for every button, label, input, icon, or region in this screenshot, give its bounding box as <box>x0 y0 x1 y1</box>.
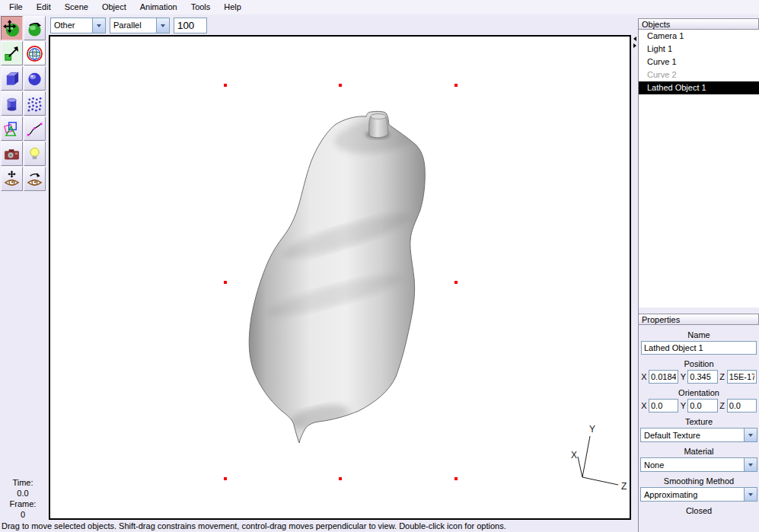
properties-panel-header: Properties <box>639 314 759 325</box>
selection-handle[interactable] <box>454 477 458 480</box>
mesh-tool-button[interactable] <box>24 91 46 116</box>
position-z-input[interactable] <box>727 370 757 384</box>
rotate-view-tool-button[interactable] <box>24 167 46 191</box>
globe-tool-button[interactable] <box>24 41 46 65</box>
chevron-down-icon[interactable] <box>92 18 105 33</box>
status-bar: Drag to move selected objects. Shift-dra… <box>0 521 633 532</box>
axis-y-label: Y <box>589 424 595 435</box>
object-name-input[interactable] <box>641 341 757 355</box>
selection-handle[interactable] <box>454 281 458 284</box>
orientation-y-label: Y <box>680 401 686 410</box>
position-y-input[interactable] <box>687 370 717 384</box>
selection-handle[interactable] <box>339 477 342 480</box>
orientation-row: X Y Z <box>639 398 759 413</box>
scale-tool-button[interactable] <box>1 41 23 65</box>
spline-mesh-icon <box>26 95 43 113</box>
zoom-level-input[interactable] <box>174 18 207 33</box>
selection-handle[interactable] <box>224 281 227 284</box>
light-tool-button[interactable] <box>24 142 46 166</box>
chevron-down-icon[interactable] <box>156 18 169 33</box>
camera-tool-button[interactable] <box>1 142 23 166</box>
object-row-curve1[interactable]: Curve 1 <box>639 56 759 68</box>
position-label: Position <box>639 358 759 369</box>
object-row-curve2[interactable]: Curve 2 <box>639 68 759 81</box>
status-text: Drag to move selected objects. Shift-dra… <box>2 521 506 530</box>
objects-properties-splitter[interactable] <box>639 307 759 314</box>
texture-label: Texture <box>639 416 759 427</box>
menu-object[interactable]: Object <box>95 0 133 14</box>
cube-icon <box>3 70 21 88</box>
time-value: 0.0 <box>0 488 46 499</box>
scale-objects-icon <box>3 45 21 62</box>
frame-label: Frame: <box>0 499 46 509</box>
selection-handle[interactable] <box>339 84 342 87</box>
axis-z-label: Z <box>621 481 627 492</box>
tool-palette <box>1 16 47 191</box>
menu-edit[interactable]: Edit <box>30 0 58 14</box>
cylinder-icon <box>3 95 21 113</box>
move-tool-button[interactable] <box>1 16 23 40</box>
camera-icon <box>3 145 21 163</box>
collapse-left-icon[interactable] <box>633 37 636 41</box>
rotate-objects-icon <box>26 20 43 37</box>
selection-handle[interactable] <box>224 84 227 87</box>
smoothing-method-value: Approximating <box>641 490 744 499</box>
view-preset-value: Other <box>51 18 92 33</box>
orientation-x-label: X <box>641 401 647 410</box>
orientation-z-label: Z <box>719 401 726 410</box>
closed-label: Closed <box>639 505 759 516</box>
menu-tools[interactable]: Tools <box>184 0 218 14</box>
scene-viewport[interactable]: Y X Z <box>49 35 631 520</box>
objects-panel-header: Objects <box>639 18 759 30</box>
polygon-tool-button[interactable] <box>1 116 23 141</box>
collapse-right-icon[interactable] <box>633 43 636 48</box>
side-panel: Objects Camera 1 Light 1 Curve 1 Curve 2… <box>638 18 759 532</box>
selection-handle[interactable] <box>224 477 227 480</box>
rotate-tool-button[interactable] <box>24 16 46 40</box>
projection-dropdown[interactable]: Parallel <box>110 18 170 33</box>
object-row-light1[interactable]: Light 1 <box>639 43 759 56</box>
material-value: None <box>641 460 744 470</box>
menu-scene[interactable]: Scene <box>58 0 95 14</box>
rotate-view-eye-icon <box>26 170 43 188</box>
timeline-readout: Time: 0.0 Frame: 0 <box>0 477 46 520</box>
material-dropdown[interactable]: None <box>640 457 757 472</box>
position-y-label: Y <box>680 372 686 381</box>
lathed-object-render: Y X Z <box>50 37 630 518</box>
position-x-input[interactable] <box>649 370 678 384</box>
object-row-camera1[interactable]: Camera 1 <box>639 30 759 43</box>
cube-tool-button[interactable] <box>1 66 23 91</box>
sphere-icon <box>26 70 43 88</box>
curve-tool-button[interactable] <box>24 116 46 141</box>
chevron-down-icon[interactable] <box>744 458 757 471</box>
texture-dropdown[interactable]: Default Texture <box>640 428 757 442</box>
orientation-y-input[interactable] <box>687 399 717 413</box>
menu-animation[interactable]: Animation <box>133 0 184 14</box>
globe-icon <box>26 45 43 62</box>
texture-value: Default Texture <box>641 431 744 440</box>
smoothing-method-dropdown[interactable]: Approximating <box>640 487 757 502</box>
pan-view-tool-button[interactable] <box>1 167 23 191</box>
panel-splitter[interactable] <box>633 14 638 532</box>
menu-bar: File Edit Scene Object Animation Tools H… <box>0 0 759 14</box>
chevron-down-icon[interactable] <box>744 428 757 441</box>
orientation-x-input[interactable] <box>649 399 678 413</box>
chevron-down-icon[interactable] <box>744 488 757 501</box>
objects-list[interactable]: Camera 1 Light 1 Curve 1 Curve 2 Lathed … <box>639 30 759 307</box>
orientation-z-input[interactable] <box>727 399 757 413</box>
view-preset-dropdown[interactable]: Other <box>50 18 106 33</box>
polygon-shapes-icon <box>3 120 21 138</box>
curve-icon <box>26 120 43 138</box>
menu-help[interactable]: Help <box>217 0 248 14</box>
axis-indicator <box>578 436 618 485</box>
smoothing-method-label: Smoothing Method <box>639 476 759 486</box>
object-row-lathed-object1[interactable]: Lathed Object 1 <box>639 81 759 94</box>
pan-view-eye-icon <box>3 170 21 188</box>
name-label: Name <box>639 330 759 340</box>
light-bulb-icon <box>26 145 43 163</box>
sphere-tool-button[interactable] <box>24 66 46 91</box>
selection-handle[interactable] <box>454 84 458 87</box>
menu-file[interactable]: File <box>2 0 30 14</box>
cylinder-tool-button[interactable] <box>1 91 23 116</box>
move-objects-icon <box>3 20 21 37</box>
